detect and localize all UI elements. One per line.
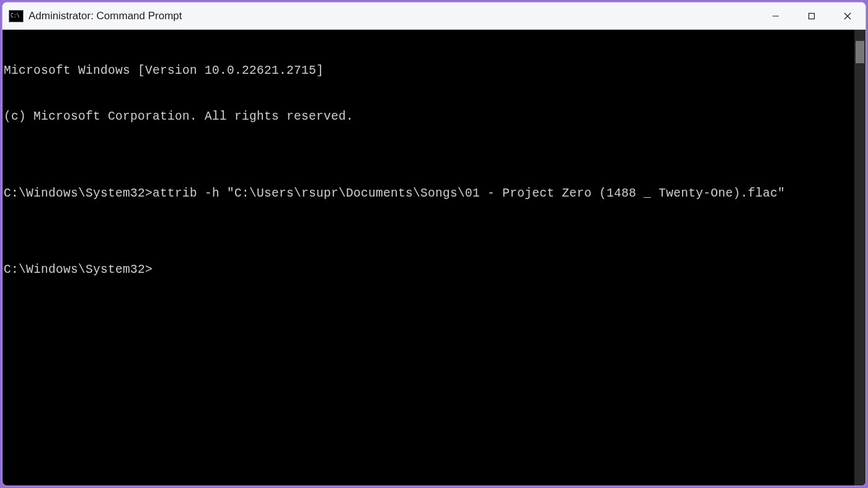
app-icon: C:\: [9, 10, 24, 22]
titlebar[interactable]: C:\ Administrator: Command Prompt: [2, 2, 866, 30]
maximize-icon: [808, 12, 815, 20]
window-controls: [758, 2, 866, 29]
cmd-icon: C:\: [11, 14, 19, 19]
minimize-button[interactable]: [758, 2, 794, 29]
maximize-button[interactable]: [794, 2, 830, 29]
terminal-line: Microsoft Windows [Version 10.0.22621.27…: [4, 63, 853, 79]
terminal-area[interactable]: Microsoft Windows [Version 10.0.22621.27…: [2, 30, 866, 486]
minimize-icon: [772, 12, 779, 20]
svg-rect-1: [809, 13, 815, 19]
scrollbar-thumb[interactable]: [856, 41, 864, 63]
command-prompt-window: C:\ Administrator: Command Prompt Micros…: [2, 2, 866, 486]
scrollbar-track: [854, 30, 866, 486]
close-button[interactable]: [830, 2, 866, 29]
terminal-output[interactable]: Microsoft Windows [Version 10.0.22621.27…: [2, 30, 854, 486]
terminal-prompt: C:\Windows\System32>: [4, 262, 853, 278]
scrollbar[interactable]: [854, 30, 866, 486]
terminal-line: (c) Microsoft Corporation. All rights re…: [4, 109, 853, 125]
terminal-line: C:\Windows\System32>attrib -h "C:\Users\…: [4, 186, 853, 202]
close-icon: [844, 12, 851, 20]
window-title: Administrator: Command Prompt: [29, 10, 758, 22]
